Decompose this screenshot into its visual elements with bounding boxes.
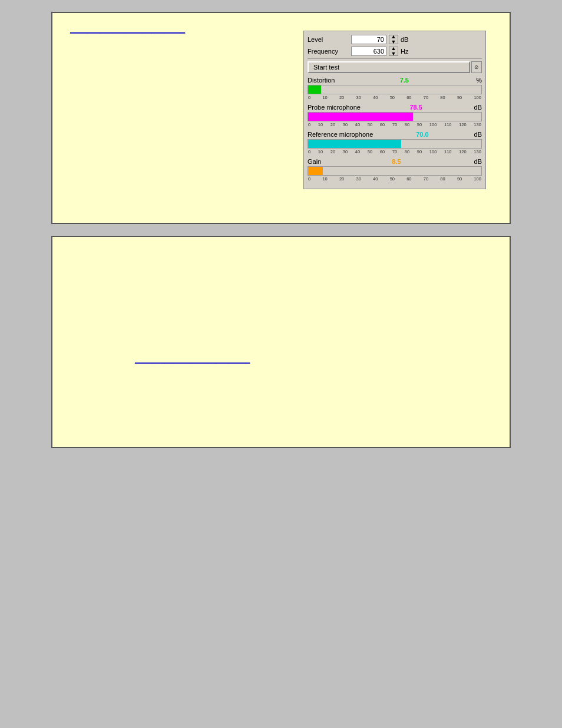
distortion-section: Distortion 7.5 % 0102030405060708090100	[308, 77, 482, 100]
reference-scale: 0102030405060708090100110120130	[308, 149, 482, 154]
gain-value: 8.5	[392, 158, 401, 165]
probe-section: Probe microphone 78.5 dB 010203040506070…	[308, 104, 482, 127]
probe-header: Probe microphone 78.5 dB	[308, 104, 482, 111]
frequency-value[interactable]: 630	[351, 47, 386, 56]
reference-bar	[308, 140, 401, 148]
reference-header: Reference microphone 70.0 dB	[308, 131, 482, 138]
probe-label: Probe microphone	[308, 104, 361, 111]
distortion-bar-container	[308, 85, 482, 94]
frequency-spinner[interactable]: ▲▼	[389, 47, 398, 56]
bottom-link[interactable]: ___________________________	[135, 355, 250, 364]
reference-label: Reference microphone	[308, 131, 373, 138]
probe-bar-container	[308, 112, 482, 121]
distortion-unit: %	[476, 77, 482, 84]
start-test-button[interactable]: Start test	[308, 61, 470, 73]
bottom-link-container: ___________________________	[135, 355, 250, 373]
level-unit: dB	[401, 36, 412, 43]
reference-bar-container	[308, 139, 482, 149]
audio-widget: Level 70 ▲▼ dB Frequency 630 ▲▼ Hz Start…	[303, 31, 486, 189]
probe-unit: dB	[474, 104, 482, 111]
gain-bar	[308, 167, 323, 175]
distortion-bar	[308, 85, 321, 94]
top-panel: ___________________________ Level 70 ▲▼ …	[51, 12, 511, 224]
bottom-panel: ___________________________	[51, 236, 511, 448]
reference-unit: dB	[474, 131, 482, 138]
gain-label: Gain	[308, 158, 321, 165]
start-test-row: Start test ⊙	[308, 61, 482, 73]
top-link[interactable]: ___________________________	[70, 25, 185, 34]
level-row: Level 70 ▲▼ dB	[308, 35, 482, 44]
gain-bar-container	[308, 166, 482, 176]
gain-section: Gain 8.5 dB 0102030405060708090100	[308, 158, 482, 182]
gain-unit: dB	[474, 158, 482, 165]
probe-value: 78.5	[410, 104, 422, 111]
probe-bar	[308, 113, 413, 121]
page-wrapper: ___________________________ Level 70 ▲▼ …	[0, 0, 562, 728]
gain-header: Gain 8.5 dB	[308, 158, 482, 165]
frequency-label: Frequency	[308, 48, 349, 55]
reference-value: 70.0	[416, 131, 428, 138]
dropdown-icon: ⊙	[474, 64, 479, 70]
distortion-header: Distortion 7.5 %	[308, 77, 482, 84]
distortion-scale: 0102030405060708090100	[308, 95, 482, 100]
frequency-unit: Hz	[401, 48, 412, 55]
divider-1	[308, 58, 482, 59]
probe-scale: 0102030405060708090100110120130	[308, 122, 482, 127]
reference-section: Reference microphone 70.0 dB 01020304050…	[308, 131, 482, 154]
distortion-label: Distortion	[308, 77, 335, 84]
start-test-dropdown[interactable]: ⊙	[471, 61, 482, 73]
level-label: Level	[308, 36, 349, 43]
distortion-value: 7.5	[400, 77, 409, 84]
level-value[interactable]: 70	[351, 35, 386, 44]
frequency-row: Frequency 630 ▲▼ Hz	[308, 47, 482, 56]
gain-scale: 0102030405060708090100	[308, 176, 482, 182]
level-spinner[interactable]: ▲▼	[389, 35, 398, 44]
